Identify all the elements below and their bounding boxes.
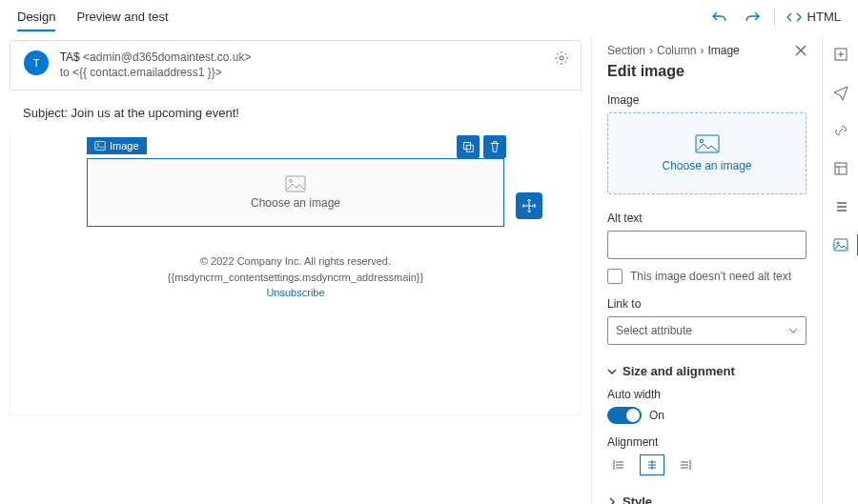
crumb-image: Image xyxy=(707,44,739,57)
email-header: T TA$ <admin@d365domaintest.co.uk> to <{… xyxy=(10,40,582,91)
gear-icon[interactable] xyxy=(554,50,569,66)
chevron-right-icon: › xyxy=(700,44,704,57)
alt-text-label: Alt text xyxy=(607,212,807,225)
image-icon xyxy=(285,175,306,192)
add-element-icon[interactable] xyxy=(828,42,853,67)
edit-image-panel: Section › Column › Image Edit image Imag… xyxy=(591,34,822,504)
svg-rect-4 xyxy=(466,145,473,151)
right-rail xyxy=(822,34,858,504)
svg-rect-1 xyxy=(95,142,106,151)
image-picker[interactable]: Choose an image xyxy=(607,112,807,194)
align-right-button[interactable] xyxy=(672,454,697,475)
from-name: TA$ xyxy=(60,50,80,64)
svg-point-2 xyxy=(97,144,99,146)
breadcrumb: Section › Column › Image xyxy=(607,44,807,57)
block-tag-label: Image xyxy=(110,140,139,151)
image-icon xyxy=(695,134,720,153)
canvas-column: T TA$ <admin@d365domaintest.co.uk> to <{… xyxy=(0,34,591,504)
alt-text-input[interactable] xyxy=(607,231,807,259)
image-properties-icon[interactable] xyxy=(828,232,853,257)
email-meta: TA$ <admin@d365domaintest.co.uk> to <{{ … xyxy=(60,50,252,80)
svg-rect-5 xyxy=(286,176,305,192)
tab-preview[interactable]: Preview and test xyxy=(76,2,168,31)
image-field-label: Image xyxy=(607,93,807,107)
footer-copyright: © 2022 Company Inc. All rights reserved. xyxy=(87,253,504,270)
chevron-down-icon xyxy=(607,367,617,376)
link-to-placeholder: Select attribute xyxy=(616,324,692,337)
image-dropzone[interactable]: Choose an image xyxy=(87,158,504,227)
auto-width-toggle[interactable] xyxy=(607,407,642,424)
link-to-label: Link to xyxy=(607,297,807,311)
chevron-down-icon xyxy=(788,326,798,335)
alignment-label: Alignment xyxy=(607,435,807,449)
duplicate-button[interactable] xyxy=(457,135,480,158)
undo-icon[interactable] xyxy=(709,7,730,28)
layout-icon[interactable] xyxy=(828,156,853,181)
svg-rect-11 xyxy=(834,239,848,251)
delete-button[interactable] xyxy=(483,135,506,158)
style-section-label: Style xyxy=(623,494,652,504)
crumb-column[interactable]: Column xyxy=(657,44,696,57)
code-icon xyxy=(786,10,802,25)
subject-label: Subject: xyxy=(23,106,68,120)
close-icon[interactable] xyxy=(795,45,807,56)
top-tabbar: Design Preview and test HTML xyxy=(0,0,858,34)
svg-point-12 xyxy=(836,242,838,244)
image-picker-label: Choose an image xyxy=(662,159,751,172)
tabs: Design Preview and test xyxy=(17,2,169,31)
chevron-right-icon xyxy=(607,497,617,505)
workspace: T TA$ <admin@d365domaintest.co.uk> to <{… xyxy=(0,34,858,504)
dropzone-label: Choose an image xyxy=(251,196,340,210)
link-to-select[interactable]: Select attribute xyxy=(607,316,807,345)
toolbar-right: HTML xyxy=(709,7,841,28)
chevron-right-icon: › xyxy=(649,44,653,57)
block-tag: Image xyxy=(87,137,147,154)
email-footer: © 2022 Company Inc. All rights reserved.… xyxy=(87,253,504,301)
svg-point-8 xyxy=(700,139,703,142)
alt-not-needed-checkbox[interactable] xyxy=(607,269,623,284)
send-icon[interactable] xyxy=(828,80,853,105)
footer-token: {{msdyncrm_contentsettings.msdyncrm_addr… xyxy=(87,270,504,286)
svg-point-6 xyxy=(290,180,293,183)
align-center-button[interactable] xyxy=(640,454,664,475)
style-section[interactable]: Style xyxy=(607,494,807,504)
redo-icon[interactable] xyxy=(742,7,763,28)
alignment-buttons xyxy=(607,454,807,475)
list-icon[interactable] xyxy=(828,194,853,219)
html-label: HTML xyxy=(807,10,841,24)
move-handle[interactable] xyxy=(516,192,542,219)
size-alignment-label: Size and alignment xyxy=(623,364,735,378)
svg-rect-10 xyxy=(835,163,847,174)
size-alignment-section[interactable]: Size and alignment xyxy=(607,364,807,378)
auto-width-state: On xyxy=(649,409,664,422)
tab-design[interactable]: Design xyxy=(17,2,55,31)
unsubscribe-link[interactable]: Unsubscribe xyxy=(266,287,324,298)
alt-checkbox-label: This image doesn't need alt text xyxy=(630,270,791,283)
block-controls xyxy=(457,135,506,158)
to-label: to xyxy=(60,66,70,79)
html-toggle-button[interactable]: HTML xyxy=(786,10,841,25)
crumb-section[interactable]: Section xyxy=(607,44,645,57)
to-value: <{{ contact.emailaddress1 }}> xyxy=(72,66,222,79)
auto-width-label: Auto width xyxy=(607,388,807,401)
avatar: T xyxy=(24,50,49,75)
svg-rect-3 xyxy=(464,143,471,150)
svg-point-0 xyxy=(560,56,563,60)
from-address: <admin@d365domaintest.co.uk> xyxy=(83,50,251,64)
panel-title: Edit image xyxy=(607,63,807,80)
image-block[interactable]: Image Choose an imag xyxy=(87,158,504,227)
align-left-button[interactable] xyxy=(607,454,632,475)
email-body[interactable]: Image Choose an imag xyxy=(10,130,582,415)
subject-row: Subject: Join us at the upcoming event! xyxy=(10,98,582,130)
subject-value: Join us at the upcoming event! xyxy=(72,106,239,120)
toolbar-divider xyxy=(774,9,775,26)
link-icon[interactable] xyxy=(828,118,853,143)
